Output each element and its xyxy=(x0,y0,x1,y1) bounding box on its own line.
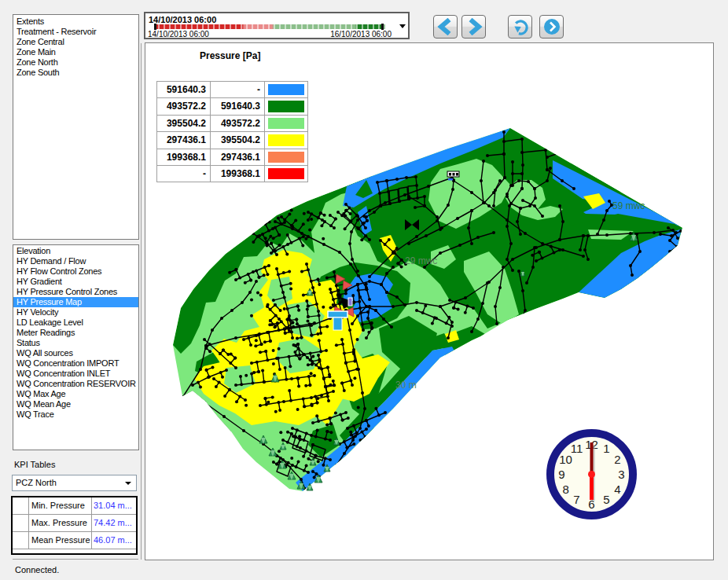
svg-text:7: 7 xyxy=(573,493,579,506)
svg-text:59 mwc: 59 mwc xyxy=(612,200,645,211)
svg-text:8: 8 xyxy=(562,483,568,496)
svg-text:5: 5 xyxy=(603,493,609,506)
svg-text:4: 4 xyxy=(614,483,620,496)
svg-text:30 m: 30 m xyxy=(395,380,417,391)
svg-text:3: 3 xyxy=(618,468,624,481)
svg-text:29 mwc: 29 mwc xyxy=(405,255,437,266)
svg-text:2: 2 xyxy=(614,453,620,466)
svg-text:11: 11 xyxy=(571,442,583,455)
svg-text:9: 9 xyxy=(558,468,564,481)
svg-text:1: 1 xyxy=(603,442,609,455)
